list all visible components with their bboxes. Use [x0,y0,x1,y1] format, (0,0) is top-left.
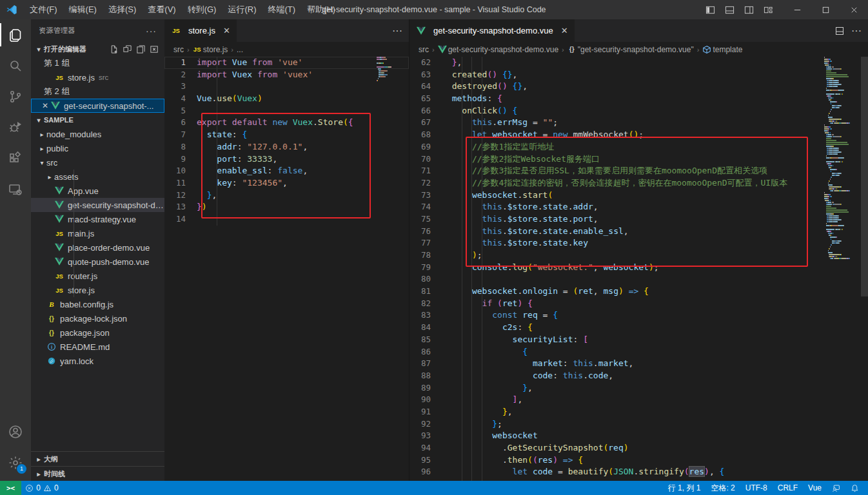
minimap[interactable] [377,57,409,84]
code-line-91: 91 }, [409,406,868,418]
code-line-12: 12 }, [164,189,409,202]
minimize-button[interactable] [783,0,811,19]
menu-item[interactable]: 查看(V) [142,0,181,19]
project-root-header[interactable]: ▾ SAMPLE [31,113,164,127]
tree-file-router.js[interactable]: JSrouter.js [31,269,164,283]
file-tree: ▸node_modules▸public▾src▸assetsApp.vuege… [31,127,164,368]
toggle-secondary-sidebar-icon[interactable] [739,0,758,19]
yarn-icon [46,356,57,366]
code-line-8: 8 addr: "127.0.0.1", [164,141,409,153]
notifications-bell-icon[interactable] [845,481,864,495]
editor-layout-icon[interactable] [123,44,132,54]
source-control-icon[interactable] [0,81,31,112]
editor-more-actions-icon[interactable]: ··· [392,25,402,37]
indentation[interactable]: 空格: 2 [705,481,740,495]
close-tab-icon[interactable]: ✕ [223,26,230,35]
toggle-sidebar-icon[interactable] [700,0,720,19]
remote-indicator[interactable]: >< [0,481,21,495]
code-line-73: 73 websocket.start( [409,189,868,202]
run-debug-icon[interactable] [0,112,31,143]
code-line-77: 77 this.$store.state.key [409,237,868,249]
code-line-76: 76 this.$store.state.enable_ssl, [409,226,868,238]
extensions-icon[interactable] [0,143,31,174]
open-editor-item[interactable]: JSstore.jssrc [31,70,164,84]
tree-file-main.js[interactable]: JSmain.js [31,226,164,240]
breadcrumb-item[interactable]: src [419,45,429,54]
breadcrumb-item[interactable]: get-security-snapshot-demo.vue [438,45,558,54]
close-editor-icon[interactable]: ✕ [40,101,50,110]
new-file-icon[interactable] [109,44,119,54]
code-line-3: 3 [164,81,409,93]
editor-group-store-js: JS store.js ✕ ··· src›JSstore.js›... 1im… [164,19,409,481]
breadcrumb-item[interactable]: src [173,45,184,54]
menu-item[interactable]: 编辑(E) [63,0,103,19]
editor-group-label: 第 2 组 [31,84,164,99]
menu-item[interactable]: 终端(T) [262,0,301,19]
tree-file-quote-push-demo.vue[interactable]: quote-push-demo.vue [31,255,164,269]
tree-file-babel.config.js[interactable]: Bbabel.config.js [31,297,164,311]
code-line-69: 69 //参数1指定监听地址 [409,141,868,153]
menu-item[interactable]: 文件(F) [24,0,63,19]
breadcrumb-item[interactable]: template [702,45,742,54]
code-line-65: 65 methods: { [409,93,868,105]
open-editors-header[interactable]: ▾ 打开的编辑器 [31,42,164,56]
open-editor-item[interactable]: ✕get-security-snapshot-... [31,99,164,113]
code-line-2: 2import Vuex from 'vuex' [164,69,409,81]
breadcrumb-item[interactable]: ... [237,45,243,54]
scrollbar-slider[interactable] [861,57,868,296]
close-tab-icon[interactable]: ✕ [561,26,568,35]
maximize-button[interactable] [811,0,840,19]
tree-file-place-order-demo.vue[interactable]: place-order-demo.vue [31,240,164,255]
account-icon[interactable] [0,416,31,447]
vue-icon [54,242,64,253]
code-line-80: 80 [409,273,868,286]
explorer-icon[interactable] [0,19,31,50]
tree-file-store.js[interactable]: JSstore.js [31,283,164,297]
code-line-93: 93 websocket [409,430,868,442]
tree-file-package.json[interactable]: {}package.json [31,325,164,340]
problems-indicator[interactable]: 0 0 [21,481,62,495]
eol-sequence[interactable]: CRLF [773,481,803,495]
close-window-button[interactable] [840,0,868,19]
feedback-icon[interactable] [827,481,845,495]
split-editor-icon[interactable] [834,26,845,36]
tree-file-package-lock.json[interactable]: {}package-lock.json [31,311,164,325]
tree-file-macd-strategy.vue[interactable]: macd-strategy.vue [31,212,164,226]
settings-gear-icon[interactable]: 1 [0,447,31,478]
language-mode[interactable]: Vue [803,481,827,495]
warning-icon [43,484,52,492]
outline-section-header[interactable]: ▸ 大纲 [31,451,164,466]
code-line-89: 89 }, [409,382,868,394]
breadcrumb-item[interactable]: {}"get-security-snapshot-demo.vue" [567,45,694,54]
tree-folder-assets[interactable]: ▸assets [31,170,164,184]
toggle-panel-icon[interactable] [720,0,739,19]
tree-folder-node_modules[interactable]: ▸node_modules [31,127,164,141]
tab-store-js[interactable]: JS store.js ✕ [164,19,237,42]
search-icon[interactable] [0,50,31,81]
tree-file-README.md[interactable]: iREADME.md [31,340,164,354]
menu-item[interactable]: 选择(S) [103,0,142,19]
cursor-position[interactable]: 行 1, 列 1 [663,481,706,495]
close-all-icon[interactable] [150,44,159,54]
tree-file-App.vue[interactable]: App.vue [31,184,164,198]
save-all-icon[interactable] [136,44,146,54]
menu-item[interactable]: 转到(G) [182,0,222,19]
menu-item[interactable]: 运行(R) [222,0,262,19]
customize-layout-icon[interactable] [758,0,778,19]
tab-get-security-snapshot-demo-vue[interactable]: get-security-snapshot-demo.vue ✕ [409,19,575,42]
code-line-1: 1import Vue from 'vue' [164,57,409,69]
code-editor-store-js[interactable]: 1import Vue from 'vue'2import Vuex from … [164,57,409,481]
remote-explorer-icon[interactable] [0,174,31,205]
timeline-section-header[interactable]: ▸ 时间线 [31,466,164,481]
tree-folder-public[interactable]: ▸public [31,141,164,155]
code-line-87: 87 market: this.market, [409,358,868,370]
tree-file-yarn.lock[interactable]: yarn.lock [31,354,164,368]
editor-more-actions-icon[interactable]: ··· [851,25,862,37]
tree-file-get-security-snapshot-de...[interactable]: get-security-snapshot-de... [31,198,164,212]
sidebar-more-actions-icon[interactable]: ··· [146,26,157,36]
tree-folder-src[interactable]: ▾src [31,155,164,170]
code-editor-vue[interactable]: 62 },63 created() {},64 destroyed() {},6… [409,57,868,481]
code-line-63: 63 created() {}, [409,69,868,81]
breadcrumb-item[interactable]: JSstore.js [193,45,228,54]
encoding[interactable]: UTF-8 [740,481,773,495]
